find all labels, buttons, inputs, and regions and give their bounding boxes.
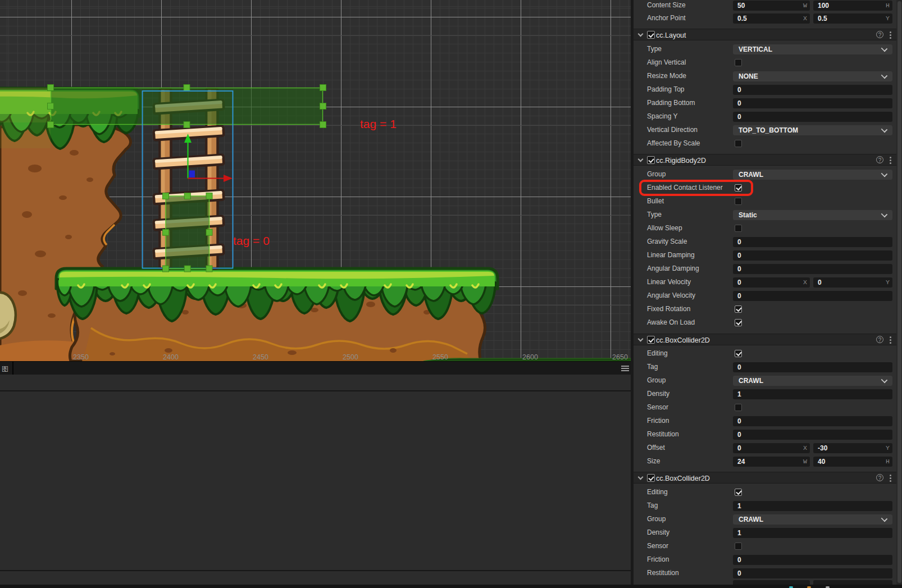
svg-text:2450: 2450: [253, 353, 268, 361]
svg-text:2350: 2350: [73, 353, 89, 361]
svg-text:2600: 2600: [522, 353, 538, 361]
svg-text:2550: 2550: [432, 353, 448, 361]
svg-text:2650: 2650: [612, 353, 628, 361]
svg-text:2500: 2500: [343, 353, 358, 361]
svg-text:2400: 2400: [163, 353, 179, 361]
svg-text:tag = 1: tag = 1: [360, 117, 397, 130]
svg-text:tag = 0: tag = 0: [233, 234, 270, 247]
